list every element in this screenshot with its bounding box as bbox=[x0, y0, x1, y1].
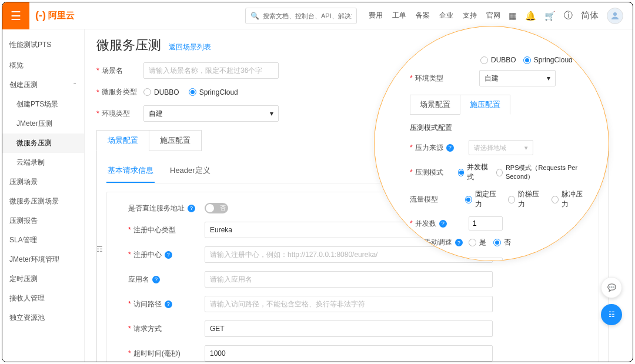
drag-handle-icon[interactable]: ☶ bbox=[96, 245, 103, 253]
sidebar-head: 性能测试PTS bbox=[2, 32, 84, 56]
mag-source-select[interactable]: 请选择地域▾ bbox=[469, 140, 533, 155]
cart-icon[interactable]: 🛒 bbox=[544, 11, 556, 21]
lang-switch[interactable]: 简体 bbox=[581, 10, 599, 21]
mag-conc-input[interactable] bbox=[469, 216, 503, 231]
help-icon[interactable]: ? bbox=[188, 205, 195, 212]
help-icon[interactable]: ⓘ bbox=[564, 10, 573, 21]
mag-flow-step[interactable]: 阶梯压力 bbox=[508, 189, 544, 209]
tab-scene-config[interactable]: 场景配置 bbox=[96, 130, 149, 151]
app-name-input[interactable] bbox=[205, 271, 493, 288]
brand-mark-icon: (-) bbox=[35, 9, 46, 22]
fab-apps[interactable]: ☷ bbox=[601, 304, 622, 325]
nav-support[interactable]: 支持 bbox=[463, 11, 477, 21]
chevron-up-icon: ⌃ bbox=[72, 82, 77, 88]
sidebar-ms-scenes[interactable]: 微服务压测场景 bbox=[2, 192, 84, 211]
direct-toggle[interactable]: 否 bbox=[205, 203, 228, 213]
nav-fees[interactable]: 费用 bbox=[369, 11, 383, 21]
chevron-down-icon: ▾ bbox=[270, 109, 273, 118]
sidebar-pool[interactable]: 独立资源池 bbox=[2, 308, 84, 328]
global-search[interactable]: 🔍 bbox=[245, 8, 357, 24]
chat-icon: 💬 bbox=[607, 283, 616, 292]
tab-pressure-config[interactable]: 施压配置 bbox=[149, 130, 202, 151]
mag-tab-pressure[interactable]: 施压配置 bbox=[460, 95, 510, 115]
chevron-down-icon: ▾ bbox=[547, 74, 550, 82]
sidebar-sla[interactable]: SLA管理 bbox=[2, 231, 84, 250]
path-input[interactable] bbox=[205, 296, 493, 312]
sidebar-create-pts[interactable]: 创建PTS场景 bbox=[2, 95, 84, 114]
top-icons: ▦ 🔔 🛒 ⓘ 简体 bbox=[509, 8, 623, 24]
apps-icon: ☷ bbox=[609, 310, 615, 319]
subtab-basic[interactable]: 基本请求信息 bbox=[106, 159, 155, 183]
sidebar-create-jmeter[interactable]: JMeter压测 bbox=[2, 114, 84, 133]
topbar: ☰ (-) 阿里云 🔍 费用 工单 备案 企业 支持 官网 ▦ 🔔 🛒 ⓘ 简体 bbox=[2, 2, 633, 29]
mag-flow-pulse[interactable]: 脉冲压力 bbox=[552, 189, 587, 209]
app-name-label: 应用名? bbox=[128, 275, 205, 285]
timeout-input[interactable] bbox=[205, 345, 493, 362]
search-input[interactable] bbox=[263, 12, 352, 19]
service-type-radio-group: DUBBO SpringCloud bbox=[143, 88, 238, 96]
sidebar-create-microservice[interactable]: 微服务压测 bbox=[2, 133, 84, 153]
mag-mode-concurrent[interactable]: 并发模式 bbox=[458, 162, 489, 182]
mag-section-title: 压测模式配置 bbox=[410, 123, 587, 133]
registry-label: 注册中心? bbox=[128, 250, 205, 260]
mag-env-select[interactable]: 自建 ▾ bbox=[479, 70, 556, 86]
mag-flow-label: 流量模型 bbox=[410, 195, 465, 205]
mag-mode-label: 压测模式 bbox=[410, 168, 458, 178]
avatar[interactable] bbox=[607, 8, 623, 24]
sidebar-jmeter-env[interactable]: JMeter环境管理 bbox=[2, 250, 84, 269]
nav-enterprise[interactable]: 企业 bbox=[439, 11, 453, 21]
radio-springcloud[interactable]: SpringCloud bbox=[189, 88, 238, 96]
registry-type-label: 注册中心类型 bbox=[128, 225, 205, 235]
mag-tab-scene[interactable]: 场景配置 bbox=[410, 95, 460, 115]
service-type-label: 微服务类型 bbox=[96, 87, 143, 97]
nav-icp[interactable]: 备案 bbox=[416, 11, 430, 21]
mag-mode-rps[interactable]: RPS模式（Requests Per Second） bbox=[496, 163, 587, 181]
sidebar-overview[interactable]: 概览 bbox=[2, 56, 84, 75]
method-input[interactable] bbox=[205, 320, 493, 337]
sidebar: 性能测试PTS 概览 创建压测⌃ 创建PTS场景 JMeter压测 微服务压测 … bbox=[2, 29, 85, 362]
help-icon[interactable]: ? bbox=[165, 251, 172, 259]
env-type-select[interactable]: 自建 ▾ bbox=[143, 105, 279, 122]
mag-flow-fixed[interactable]: 固定压力 bbox=[465, 189, 501, 209]
mag-radio-dubbo[interactable]: DUBBO bbox=[480, 56, 516, 64]
subtab-header[interactable]: Header定义 bbox=[169, 159, 212, 183]
sidebar-scenes[interactable]: 压测场景 bbox=[2, 172, 84, 192]
bell-icon[interactable]: 🔔 bbox=[525, 11, 536, 21]
method-label: 请求方式 bbox=[128, 324, 205, 334]
brand-text: 阿里云 bbox=[48, 10, 75, 21]
sidebar-reports[interactable]: 压测报告 bbox=[2, 211, 84, 231]
mag-radio-springcloud[interactable]: SpringCloud bbox=[523, 56, 573, 64]
help-icon[interactable]: ? bbox=[439, 220, 447, 228]
nav-site[interactable]: 官网 bbox=[486, 11, 500, 21]
brand-logo[interactable]: (-) 阿里云 bbox=[35, 9, 75, 22]
sidebar-timer[interactable]: 定时压测 bbox=[2, 269, 84, 289]
top-nav-links: 费用 工单 备案 企业 支持 官网 bbox=[369, 11, 500, 21]
chevron-down-icon: ▾ bbox=[524, 144, 528, 152]
mag-source-label: 压力来源? bbox=[410, 143, 469, 153]
help-icon[interactable]: ? bbox=[446, 144, 454, 152]
mag-manual-no[interactable]: 否 bbox=[493, 238, 511, 248]
nav-ticket[interactable]: 工单 bbox=[392, 11, 406, 21]
sidebar-create[interactable]: 创建压测⌃ bbox=[2, 75, 84, 95]
radio-dubbo[interactable]: DUBBO bbox=[143, 88, 179, 96]
hamburger-menu[interactable]: ☰ bbox=[2, 2, 29, 29]
timeout-label: 超时时间(毫秒) bbox=[128, 349, 205, 359]
svg-point-0 bbox=[613, 12, 617, 16]
help-icon[interactable]: ? bbox=[165, 300, 172, 308]
sidebar-create-cloudrec[interactable]: 云端录制 bbox=[2, 153, 84, 172]
magnified-panel: DUBBO SpringCloud 环境类型 自建 ▾ 场景配置 施压配置 压测… bbox=[374, 26, 609, 261]
path-label: 访问路径? bbox=[128, 299, 205, 309]
help-icon[interactable]: ? bbox=[455, 239, 463, 246]
direct-label: 是否直连服务地址? bbox=[128, 203, 205, 213]
console-icon[interactable]: ▦ bbox=[509, 11, 517, 21]
help-icon[interactable]: ? bbox=[152, 276, 160, 283]
fab-chat[interactable]: 💬 bbox=[601, 277, 622, 298]
env-type-label: 环境类型 bbox=[96, 109, 143, 119]
page-title: 微服务压测 bbox=[96, 36, 161, 54]
search-icon: 🔍 bbox=[250, 12, 259, 20]
scene-name-input[interactable] bbox=[143, 62, 279, 79]
back-link[interactable]: 返回场景列表 bbox=[169, 43, 211, 51]
mag-conc-label: 并发数? bbox=[410, 219, 469, 229]
mag-manual-yes[interactable]: 是 bbox=[469, 238, 486, 248]
sidebar-receivers[interactable]: 接收人管理 bbox=[2, 289, 84, 308]
